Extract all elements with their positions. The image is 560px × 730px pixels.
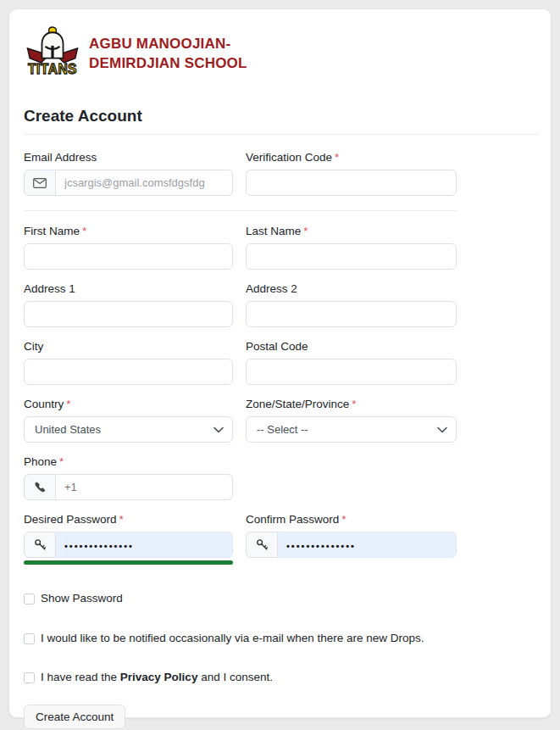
school-name-line1: AGBU MANOOJIAN- <box>89 35 247 53</box>
notify-checkbox[interactable] <box>24 633 35 644</box>
first-name-label: First Name* <box>24 225 233 237</box>
chevron-down-icon <box>437 423 447 436</box>
email-label: Email Address <box>24 151 233 164</box>
show-password-checkbox[interactable] <box>24 593 35 605</box>
envelope-icon <box>24 170 56 196</box>
city-label: City <box>24 340 233 353</box>
key-icon <box>246 532 278 558</box>
logo-titans-text: TITANS <box>28 62 77 76</box>
desired-password-input[interactable] <box>56 532 233 558</box>
city-input[interactable] <box>24 359 233 385</box>
postal-code-field-block: Postal Code <box>246 340 457 385</box>
email-field-block: Email Address <box>24 151 233 196</box>
privacy-checkbox[interactable] <box>24 672 35 683</box>
country-select[interactable]: United States <box>24 416 233 443</box>
phone-input[interactable] <box>56 474 233 500</box>
address2-input[interactable] <box>246 301 457 327</box>
city-field-block: City <box>24 340 233 385</box>
confirm-password-label: Confirm Password* <box>246 513 457 526</box>
privacy-label: I have read the Privacy Policy and I con… <box>41 671 273 684</box>
notify-label: I would like to be notified occasionally… <box>41 632 424 645</box>
address1-input[interactable] <box>24 301 233 327</box>
page-title: Create Account <box>24 107 537 125</box>
email-input[interactable] <box>56 170 233 196</box>
confirm-password-input[interactable] <box>278 532 457 558</box>
phone-label: Phone* <box>24 455 233 468</box>
title-divider <box>24 134 539 135</box>
address1-label: Address 1 <box>24 282 233 295</box>
verification-code-input[interactable] <box>246 170 457 196</box>
notify-row: I would like to be notified occasionally… <box>24 632 537 645</box>
school-name: AGBU MANOOJIAN- DEMIRDJIAN SCHOOL <box>89 35 247 72</box>
address1-field-block: Address 1 <box>24 282 233 327</box>
address2-field-block: Address 2 <box>246 282 457 327</box>
create-account-button[interactable]: Create Account <box>24 705 125 729</box>
zone-field-block: Zone/State/Province* -- Select -- <box>246 398 457 443</box>
first-name-input[interactable] <box>24 243 233 270</box>
address2-label: Address 2 <box>246 282 457 295</box>
last-name-field-block: Last Name* <box>246 225 457 270</box>
desired-password-label: Desired Password* <box>24 513 233 526</box>
chevron-down-icon <box>213 423 224 436</box>
zone-label: Zone/State/Province* <box>246 398 457 410</box>
desired-password-field-block: Desired Password* <box>24 513 233 565</box>
school-brand-header: TITANS AGBU MANOOJIAN- DEMIRDJIAN SCHOOL <box>24 26 537 81</box>
country-selected-value: United States <box>35 423 101 436</box>
zone-select[interactable]: -- Select -- <box>246 416 457 443</box>
last-name-input[interactable] <box>246 243 457 270</box>
password-strength-bar <box>24 560 233 565</box>
zone-selected-value: -- Select -- <box>257 423 308 436</box>
show-password-row: Show Password <box>24 592 537 605</box>
privacy-policy-link[interactable]: Privacy Policy <box>120 671 198 683</box>
postal-code-input[interactable] <box>246 359 457 385</box>
show-password-label: Show Password <box>41 592 123 605</box>
privacy-row: I have read the Privacy Policy and I con… <box>24 671 537 684</box>
create-account-card: TITANS AGBU MANOOJIAN- DEMIRDJIAN SCHOOL… <box>8 8 552 718</box>
confirm-password-field-block: Confirm Password* <box>246 513 457 565</box>
phone-icon <box>24 474 56 500</box>
postal-code-label: Postal Code <box>246 340 457 353</box>
school-name-line2: DEMIRDJIAN SCHOOL <box>89 54 247 73</box>
first-name-field-block: First Name* <box>24 225 233 270</box>
titans-helmet-logo-icon: TITANS <box>24 26 81 81</box>
country-label: Country* <box>24 398 233 410</box>
key-icon <box>24 532 56 558</box>
verification-code-field-block: Verification Code* <box>246 151 457 196</box>
country-field-block: Country* United States <box>24 398 233 443</box>
last-name-label: Last Name* <box>246 225 457 237</box>
phone-field-block: Phone* <box>24 455 233 500</box>
verification-code-label: Verification Code* <box>246 151 457 164</box>
section-divider <box>24 210 457 211</box>
